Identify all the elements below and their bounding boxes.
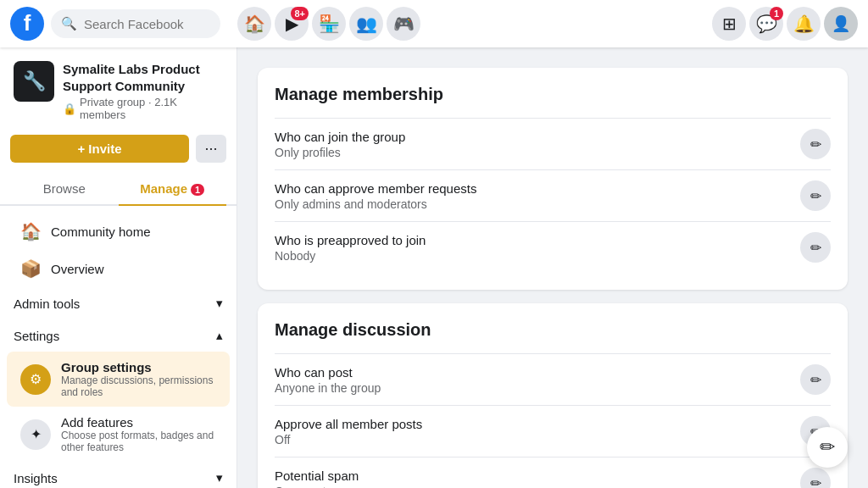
setting-label: Who can post <box>275 365 800 380</box>
setting-value: Only admins and moderators <box>275 197 800 211</box>
bell-icon[interactable]: 🔔 <box>787 7 821 41</box>
setting-label: Who is preapproved to join <box>275 233 800 247</box>
fab-button[interactable]: ✏ <box>807 427 848 468</box>
edit-button[interactable]: ✏ <box>800 180 831 211</box>
insights-section[interactable]: Insights ▾ <box>0 462 236 488</box>
edit-button[interactable]: ✏ <box>800 232 831 263</box>
chevron-down-icon: ▾ <box>216 296 223 311</box>
setting-row-join-group: Who can join the group Only profiles ✏ <box>275 118 831 169</box>
sidebar-item-add-features[interactable]: ✦ Add features Choose post formats, badg… <box>7 407 230 462</box>
manage-membership-card: Manage membership Who can join the group… <box>258 68 848 290</box>
sidebar-item-label: Overview <box>51 262 104 276</box>
nav-right-icons: ⊞ 💬1 🔔 👤 <box>712 7 858 41</box>
avatar[interactable]: 👤 <box>824 7 858 41</box>
sidebar-item-group-settings[interactable]: ⚙ Group settings Manage discussions, per… <box>7 352 230 407</box>
setting-label: Potential spam <box>275 469 800 483</box>
community-header: 🔧 Symalite Labs Product Support Communit… <box>0 47 236 135</box>
gear-icon: ⚙ <box>20 364 51 395</box>
setting-row-potential-spam: Potential spam Comments ✏ <box>275 457 831 488</box>
sidebar: 🔧 Symalite Labs Product Support Communit… <box>0 47 237 488</box>
setting-label: Who can approve member requests <box>275 181 800 196</box>
main-content: Manage membership Who can join the group… <box>237 47 868 488</box>
setting-label: Who can join the group <box>275 130 800 144</box>
edit-button[interactable]: ✏ <box>800 468 831 488</box>
game-nav-icon[interactable]: 🎮 <box>387 7 420 41</box>
community-avatar: 🔧 <box>14 61 54 102</box>
chevron-up-icon: ▴ <box>216 328 223 343</box>
setting-value: Anyone in the group <box>275 381 800 395</box>
add-features-icon: ✦ <box>20 419 51 450</box>
overview-icon: 📦 <box>20 258 41 279</box>
setting-row-approve-requests: Who can approve member requests Only adm… <box>275 169 831 221</box>
sidebar-nav: 🏠 Community home 📦 Overview Admin tools … <box>0 206 236 488</box>
invite-row: + Invite ··· <box>0 135 236 173</box>
community-info: Symalite Labs Product Support Community … <box>63 61 223 121</box>
manage-discussion-title: Manage discussion <box>275 320 831 340</box>
group-settings-sub: Manage discussions, permissions and role… <box>61 374 216 398</box>
video-nav-icon[interactable]: ▶8+ <box>275 7 309 41</box>
setting-label: Approve all member posts <box>275 417 800 431</box>
manage-discussion-card: Manage discussion Who can post Anyone in… <box>258 303 848 488</box>
browse-tab[interactable]: Browse <box>10 173 119 204</box>
edit-button[interactable]: ✏ <box>800 364 831 395</box>
grid-icon[interactable]: ⊞ <box>712 7 746 41</box>
sidebar-item-label: Community home <box>51 225 151 239</box>
page-layout: 🔧 Symalite Labs Product Support Communit… <box>0 0 868 488</box>
settings-section[interactable]: Settings ▴ <box>0 319 236 352</box>
manage-tab[interactable]: Manage1 <box>119 173 227 204</box>
manage-membership-title: Manage membership <box>275 85 831 104</box>
tabs-row: Browse Manage1 <box>0 173 236 206</box>
sidebar-item-community-home[interactable]: 🏠 Community home <box>7 213 230 250</box>
group-nav-icon[interactable]: 👥 <box>349 7 383 41</box>
setting-row-approve-posts: Approve all member posts Off ✏ <box>275 405 831 457</box>
setting-row-who-can-post: Who can post Anyone in the group ✏ <box>275 353 831 405</box>
home-nav-icon[interactable]: 🏠 <box>237 7 271 41</box>
messenger-icon[interactable]: 💬1 <box>749 7 783 41</box>
chevron-down-icon: ▾ <box>216 470 223 485</box>
community-meta: 🔒 Private group · 2.1K members <box>63 96 223 121</box>
search-box[interactable]: 🔍 <box>51 9 220 38</box>
setting-value: Comments <box>275 485 800 489</box>
add-features-sub: Choose post formats, badges and other fe… <box>61 430 216 453</box>
store-nav-icon[interactable]: 🏪 <box>312 7 346 41</box>
setting-value: Off <box>275 433 800 446</box>
facebook-logo[interactable]: f <box>10 7 44 41</box>
nav-center-icons: 🏠 ▶8+ 🏪 👥 🎮 <box>237 7 420 41</box>
search-input[interactable] <box>84 17 210 31</box>
group-settings-label: Group settings <box>61 360 216 374</box>
setting-value: Only profiles <box>275 146 800 159</box>
community-name: Symalite Labs Product Support Community <box>63 61 223 94</box>
invite-button[interactable]: + Invite <box>10 135 189 163</box>
svg-text:f: f <box>24 10 31 36</box>
home-icon: 🏠 <box>20 221 41 241</box>
more-button[interactable]: ··· <box>196 135 226 163</box>
sidebar-item-overview[interactable]: 📦 Overview <box>7 250 230 287</box>
admin-tools-section[interactable]: Admin tools ▾ <box>0 287 236 319</box>
lock-icon: 🔒 <box>63 103 76 115</box>
top-navigation: f 🔍 🏠 ▶8+ 🏪 👥 🎮 ⊞ 💬1 🔔 👤 <box>0 0 868 47</box>
add-features-label: Add features <box>61 415 216 430</box>
setting-value: Nobody <box>275 249 800 263</box>
setting-row-preapproved: Who is preapproved to join Nobody ✏ <box>275 221 831 273</box>
search-icon: 🔍 <box>61 16 77 31</box>
edit-button[interactable]: ✏ <box>800 129 831 159</box>
